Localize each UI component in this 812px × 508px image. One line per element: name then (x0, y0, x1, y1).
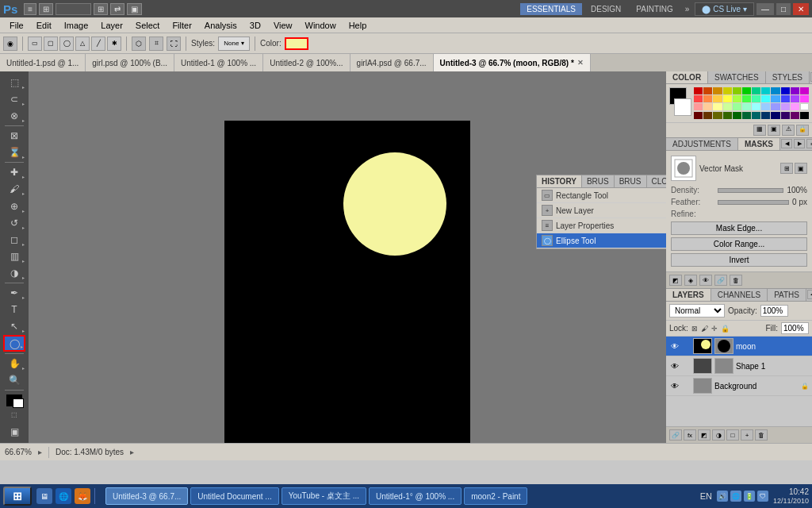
swatch[interactable] (723, 87, 732, 94)
adj-icon-1[interactable]: ◀ (781, 139, 792, 148)
tab-4[interactable]: girlA4.psd @ 66.7... (350, 54, 434, 71)
tab-0[interactable]: Untitled-1.psd @ 1... (0, 54, 86, 71)
taskbar-app-0[interactable]: Untitled-3 @ 66.7... (105, 487, 188, 505)
swatch[interactable] (800, 87, 809, 94)
swatch[interactable] (733, 87, 741, 94)
lock-icon-lock[interactable]: 🔒 (721, 325, 730, 333)
tool-history-brush[interactable]: ↺▸ (3, 215, 25, 231)
tool-pen[interactable]: ✒▸ (3, 285, 25, 301)
feather-slider[interactable] (718, 200, 789, 205)
hist-item-3[interactable]: ◯ Ellipse Tool (537, 233, 666, 248)
blend-mode-select[interactable]: Normal (669, 304, 725, 318)
tool-options-icon[interactable]: ◉ (3, 37, 17, 51)
canvas[interactable] (224, 121, 470, 443)
swatch[interactable] (694, 112, 703, 119)
swatch[interactable] (694, 95, 703, 102)
tray-icon-1[interactable]: 🔊 (717, 491, 728, 502)
menu-view[interactable]: View (267, 19, 299, 32)
taskbar-icon-ie[interactable]: 🌐 (56, 488, 71, 504)
layer-eye-shape[interactable]: 👁 (669, 360, 680, 371)
taskbar-app-1[interactable]: Untitled Document ... (190, 487, 278, 505)
hist-tab-clone[interactable]: CLO (647, 175, 667, 187)
swatch[interactable] (733, 103, 741, 110)
swatch[interactable] (761, 112, 770, 119)
menu-file[interactable]: File (3, 19, 30, 32)
tool-mode[interactable]: ⬚ (3, 407, 25, 423)
tool-fg-color[interactable] (6, 394, 22, 406)
taskbar-app-3[interactable]: Untitled-1° @ 100% ... (369, 487, 462, 505)
adj-bot-icon-2[interactable]: ◈ (684, 275, 697, 286)
adj-tab-adjustments[interactable]: ADJUSTMENTS (666, 138, 738, 150)
swatch[interactable] (761, 103, 770, 110)
fill-input[interactable] (781, 322, 809, 334)
lock-icon-brush[interactable]: 🖌 (701, 325, 708, 333)
layers-link-icon[interactable]: 🔗 (669, 429, 682, 441)
status-arrow-2[interactable]: ▸ (130, 448, 134, 456)
layers-mask-icon[interactable]: ◩ (698, 429, 710, 441)
menu-icon-2[interactable]: ⊞ (39, 3, 53, 15)
cube-icon[interactable]: ▣ (768, 125, 780, 136)
styles-tab[interactable]: STYLES (766, 71, 810, 83)
tool-dodge[interactable]: ◑▸ (3, 265, 25, 281)
tool-screen-mode[interactable]: ▣ (3, 424, 25, 440)
design-btn[interactable]: DESIGN (584, 3, 627, 15)
menu-filter[interactable]: Filter (166, 19, 197, 32)
swatch[interactable] (800, 112, 809, 119)
shape-poly-btn[interactable]: △ (75, 37, 90, 51)
taskbar-lang[interactable]: EN (700, 491, 712, 501)
tool-magic-wand[interactable]: ⊗▸ (3, 108, 25, 124)
mask-icon-1[interactable]: ⊞ (780, 163, 793, 174)
menu-select[interactable]: Select (129, 19, 167, 32)
swatch[interactable] (723, 95, 732, 102)
hist-tab-brushes[interactable]: BRUS (582, 175, 615, 187)
tab-1[interactable]: girl.psd @ 100% (B... (86, 54, 174, 71)
swatch[interactable] (713, 87, 722, 94)
path-icon-3[interactable]: ⛶ (167, 37, 181, 51)
tool-shape[interactable]: ◯▸ (3, 335, 25, 352)
layer-row-shape[interactable]: 👁 Shape 1 (666, 356, 812, 376)
menu-window[interactable]: Window (299, 19, 343, 32)
swatch[interactable] (791, 95, 799, 102)
tool-eyedropper[interactable]: ⌛▸ (3, 144, 25, 160)
styles-picker[interactable]: None ▾ (218, 37, 250, 51)
path-icon[interactable]: ⬡ (132, 37, 146, 51)
tool-eraser[interactable]: ◻▸ (3, 232, 25, 248)
hist-item-1[interactable]: + New Layer (537, 203, 666, 218)
layer-eye-bg[interactable]: 👁 (669, 380, 680, 391)
swatch[interactable] (791, 112, 799, 119)
swatch[interactable] (742, 112, 751, 119)
menu-3d[interactable]: 3D (243, 19, 267, 32)
swatch[interactable] (742, 87, 751, 94)
hist-item-0[interactable]: ▭ Rectangle Tool (537, 188, 666, 203)
swatch[interactable] (694, 103, 703, 110)
swatch[interactable] (752, 95, 760, 102)
swatch[interactable] (761, 87, 770, 94)
arr-icon[interactable]: ⇄ (110, 3, 124, 15)
menu-icon-1[interactable]: ≡ (24, 3, 36, 15)
swatch[interactable] (742, 95, 751, 102)
tool-hand[interactable]: ✋▸ (3, 356, 25, 371)
layers-tab-layers[interactable]: LAYERS (666, 289, 711, 301)
essentials-btn[interactable]: ESSENTIALS (520, 3, 582, 15)
tool-brush[interactable]: 🖌▸ (3, 181, 25, 197)
status-arrow[interactable]: ▸ (38, 448, 42, 456)
layers-fx-icon[interactable]: fx (684, 429, 696, 441)
tool-zoom[interactable]: 🔍 (3, 372, 25, 388)
invert-btn[interactable]: Invert (671, 253, 807, 267)
swatch[interactable] (781, 95, 790, 102)
swatch[interactable] (761, 95, 770, 102)
zoom-input[interactable]: 66.7 ▼ (56, 3, 91, 15)
adj-bot-icon-3[interactable]: 👁 (699, 275, 712, 286)
bg-color-box[interactable] (674, 98, 691, 116)
menu-analysis[interactable]: Analysis (198, 19, 243, 32)
zoom-icon[interactable]: ⊞ (94, 3, 108, 15)
adj-bot-icon-5[interactable]: 🗑 (730, 275, 742, 286)
swatch[interactable] (703, 103, 712, 110)
tool-heal[interactable]: ✚▸ (3, 164, 25, 180)
tool-marquee[interactable]: ⬚▸ (3, 75, 25, 90)
adj-bot-icon-4[interactable]: 🔗 (714, 275, 727, 286)
hist-tab-brushes2[interactable]: BRUS (615, 175, 647, 187)
layers-tab-channels[interactable]: CHANNELS (711, 289, 768, 301)
tab-close-icon[interactable]: ✕ (577, 59, 584, 67)
swatch[interactable] (742, 103, 751, 110)
